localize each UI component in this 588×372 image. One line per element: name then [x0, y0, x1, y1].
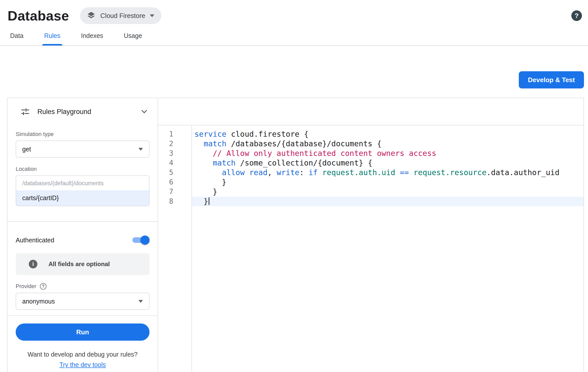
line-number: 4 [158, 158, 173, 168]
database-selector[interactable]: Cloud Firestore [80, 7, 161, 24]
info-icon: i [29, 260, 37, 268]
line-number: 7 [158, 187, 173, 197]
line-number: 8 [158, 197, 173, 206]
help-button[interactable]: ? [571, 10, 582, 21]
run-button[interactable]: Run [16, 323, 150, 341]
simulation-type-select[interactable]: get [16, 141, 150, 158]
text-cursor [209, 197, 209, 205]
provider-label-row: Provider ? [16, 283, 150, 290]
tabs: DataRulesIndexesUsage [0, 26, 588, 46]
playground-body: Simulation type get Location /databases/… [8, 131, 158, 368]
database-selector-label: Cloud Firestore [100, 12, 145, 20]
editor-code: service cloud.firestore { match /databas… [192, 125, 583, 372]
dev-tools-link[interactable]: Try the dev tools [16, 361, 150, 368]
rules-panel: Rules Playground Simulation type get Loc… [7, 98, 584, 372]
provider-help-icon[interactable]: ? [40, 283, 46, 290]
info-banner-text: All fields are optional [48, 261, 110, 268]
toggle-thumb [140, 236, 150, 245]
line-number: 2 [158, 139, 173, 149]
code-line-3: // Allow only authenticated content owne… [192, 149, 583, 158]
line-number: 1 [158, 129, 173, 139]
code-editor[interactable]: 12345678 service cloud.firestore { match… [158, 125, 583, 372]
rules-editor-section: 12345678 service cloud.firestore { match… [158, 98, 583, 372]
playground-title: Rules Playground [37, 108, 91, 116]
page-title: Database [8, 8, 69, 24]
authenticated-row: Authenticated [16, 235, 150, 245]
provider-label: Provider [16, 283, 36, 290]
provider-value: anonymous [22, 298, 55, 305]
dev-tools-prompt: Want to develop and debug your rules? [16, 351, 150, 358]
location-placeholder: /databases/(default)/documents [16, 176, 149, 190]
section-divider [8, 315, 158, 316]
tab-usage[interactable]: Usage [122, 32, 144, 45]
code-line-4: match /some_collection/{document} { [192, 158, 583, 168]
code-line-8: } [192, 197, 583, 206]
code-line-5: allow read, write: if request.auth.uid =… [192, 168, 583, 177]
simulation-type-value: get [22, 146, 31, 153]
collapse-chevron-icon [141, 109, 148, 114]
tune-icon [21, 107, 30, 116]
authenticated-toggle[interactable] [131, 235, 150, 245]
line-number: 3 [158, 149, 173, 158]
firestore-icon [87, 11, 96, 20]
simulation-type-label: Simulation type [16, 131, 150, 137]
code-line-7: } [192, 187, 583, 197]
help-icon: ? [575, 12, 579, 20]
authenticated-label: Authenticated [16, 237, 54, 244]
dropdown-arrow-icon [138, 148, 143, 151]
line-number: 5 [158, 168, 173, 177]
develop-test-button[interactable]: Develop & Test [519, 71, 584, 88]
tab-rules[interactable]: Rules [42, 32, 62, 45]
tab-indexes[interactable]: Indexes [79, 32, 105, 45]
editor-toolbar [158, 98, 583, 125]
dropdown-arrow-icon [138, 300, 143, 303]
header: Database Cloud Firestore ? [0, 0, 588, 26]
provider-select[interactable]: anonymous [16, 293, 150, 310]
tab-data[interactable]: Data [8, 32, 26, 45]
location-label: Location [16, 166, 150, 172]
section-divider [8, 221, 158, 222]
code-line-2: match /databases/{database}/documents { [192, 139, 583, 149]
info-banner: i All fields are optional [16, 253, 150, 275]
line-number: 6 [158, 177, 173, 187]
code-line-6: } [192, 177, 583, 187]
editor-gutter: 12345678 [158, 125, 192, 372]
rules-playground-sidebar: Rules Playground Simulation type get Loc… [8, 98, 158, 372]
location-value: carts/{cartID} [16, 190, 149, 206]
actions-row: Develop & Test [0, 46, 588, 88]
firestore-database-page: Database Cloud Firestore ? DataRulesInde… [0, 0, 588, 372]
chevron-down-icon [150, 14, 154, 17]
code-line-1: service cloud.firestore { [192, 129, 583, 139]
location-input[interactable]: /databases/(default)/documents carts/{ca… [16, 175, 150, 206]
playground-header[interactable]: Rules Playground [8, 98, 158, 125]
